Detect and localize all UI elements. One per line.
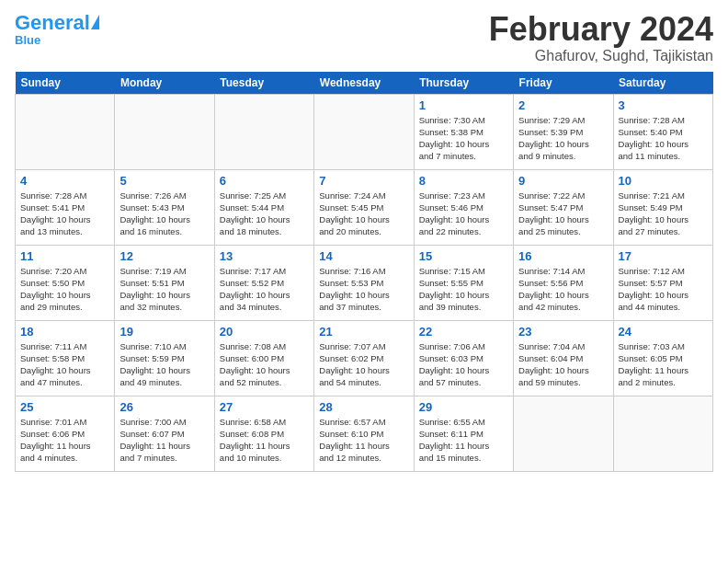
day-number: 2: [518, 98, 608, 112]
day-info: Sunrise: 7:07 AM Sunset: 6:02 PM Dayligh…: [319, 340, 408, 389]
calendar-day-cell: [314, 94, 414, 169]
day-info: Sunrise: 7:14 AM Sunset: 5:56 PM Dayligh…: [518, 265, 608, 314]
calendar-day-cell: 1Sunrise: 7:30 AM Sunset: 5:38 PM Daylig…: [414, 94, 513, 169]
calendar-day-cell: 11Sunrise: 7:20 AM Sunset: 5:50 PM Dayli…: [16, 245, 115, 320]
logo-blue-text: Blue: [15, 33, 40, 47]
calendar-week-row: 4Sunrise: 7:28 AM Sunset: 5:41 PM Daylig…: [16, 169, 713, 245]
calendar-week-row: 11Sunrise: 7:20 AM Sunset: 5:50 PM Dayli…: [16, 245, 713, 320]
day-info: Sunrise: 7:21 AM Sunset: 5:49 PM Dayligh…: [619, 190, 708, 238]
calendar-day-cell: 20Sunrise: 7:08 AM Sunset: 6:00 PM Dayli…: [214, 320, 313, 396]
header-monday: Monday: [115, 72, 214, 95]
header-tuesday: Tuesday: [214, 72, 313, 95]
day-number: 20: [220, 325, 309, 339]
day-info: Sunrise: 7:06 AM Sunset: 6:03 PM Dayligh…: [419, 340, 508, 389]
day-info: Sunrise: 6:55 AM Sunset: 6:11 PM Dayligh…: [419, 416, 508, 465]
calendar-day-cell: 8Sunrise: 7:23 AM Sunset: 5:46 PM Daylig…: [414, 169, 513, 245]
calendar-day-cell: 5Sunrise: 7:26 AM Sunset: 5:43 PM Daylig…: [115, 169, 214, 245]
logo: General Blue: [15, 11, 99, 47]
calendar-day-cell: [16, 94, 115, 169]
header-sunday: Sunday: [16, 72, 115, 95]
day-number: 3: [619, 98, 708, 112]
logo-general-text: General: [15, 11, 90, 35]
calendar-day-cell: 23Sunrise: 7:04 AM Sunset: 6:04 PM Dayli…: [514, 320, 613, 396]
calendar-day-cell: 17Sunrise: 7:12 AM Sunset: 5:57 PM Dayli…: [613, 245, 712, 320]
day-number: 19: [119, 325, 209, 339]
day-info: Sunrise: 7:29 AM Sunset: 5:39 PM Dayligh…: [518, 114, 608, 163]
day-info: Sunrise: 7:04 AM Sunset: 6:04 PM Dayligh…: [518, 340, 608, 389]
day-number: 1: [419, 98, 508, 112]
calendar-day-cell: [115, 94, 214, 169]
day-info: Sunrise: 7:16 AM Sunset: 5:53 PM Dayligh…: [319, 265, 408, 314]
logo-triangle-icon: [91, 15, 99, 29]
day-number: 16: [518, 249, 608, 263]
day-info: Sunrise: 7:26 AM Sunset: 5:43 PM Dayligh…: [119, 190, 209, 238]
header-saturday: Saturday: [613, 72, 712, 95]
day-info: Sunrise: 7:00 AM Sunset: 6:07 PM Dayligh…: [119, 416, 209, 465]
day-number: 9: [518, 174, 608, 188]
header-thursday: Thursday: [414, 72, 513, 95]
day-info: Sunrise: 7:08 AM Sunset: 6:00 PM Dayligh…: [220, 340, 309, 389]
calendar-day-cell: 25Sunrise: 7:01 AM Sunset: 6:06 PM Dayli…: [16, 396, 115, 471]
calendar-day-cell: 18Sunrise: 7:11 AM Sunset: 5:58 PM Dayli…: [16, 320, 115, 396]
month-title: February 2024: [489, 11, 713, 48]
calendar-week-row: 1Sunrise: 7:30 AM Sunset: 5:38 PM Daylig…: [16, 94, 713, 169]
calendar-week-row: 25Sunrise: 7:01 AM Sunset: 6:06 PM Dayli…: [16, 396, 713, 471]
day-number: 12: [119, 249, 209, 263]
day-number: 24: [619, 325, 708, 339]
day-info: Sunrise: 7:24 AM Sunset: 5:45 PM Dayligh…: [319, 190, 408, 238]
calendar-day-cell: 22Sunrise: 7:06 AM Sunset: 6:03 PM Dayli…: [414, 320, 513, 396]
day-info: Sunrise: 7:20 AM Sunset: 5:50 PM Dayligh…: [20, 265, 109, 314]
calendar-day-cell: 12Sunrise: 7:19 AM Sunset: 5:51 PM Dayli…: [115, 245, 214, 320]
day-number: 26: [119, 400, 209, 414]
day-number: 18: [20, 325, 109, 339]
calendar-day-cell: 6Sunrise: 7:25 AM Sunset: 5:44 PM Daylig…: [214, 169, 313, 245]
day-number: 27: [220, 400, 309, 414]
calendar-day-cell: [214, 94, 313, 169]
calendar-day-cell: 24Sunrise: 7:03 AM Sunset: 6:05 PM Dayli…: [613, 320, 712, 396]
header-friday: Friday: [514, 72, 613, 95]
day-number: 23: [518, 325, 608, 339]
day-info: Sunrise: 7:19 AM Sunset: 5:51 PM Dayligh…: [119, 265, 209, 314]
day-info: Sunrise: 6:57 AM Sunset: 6:10 PM Dayligh…: [319, 416, 408, 465]
day-number: 15: [419, 249, 508, 263]
calendar-day-cell: 3Sunrise: 7:28 AM Sunset: 5:40 PM Daylig…: [613, 94, 712, 169]
day-info: Sunrise: 7:17 AM Sunset: 5:52 PM Dayligh…: [220, 265, 309, 314]
day-info: Sunrise: 7:11 AM Sunset: 5:58 PM Dayligh…: [20, 340, 109, 389]
day-number: 8: [419, 174, 508, 188]
calendar-day-cell: 28Sunrise: 6:57 AM Sunset: 6:10 PM Dayli…: [314, 396, 414, 471]
day-info: Sunrise: 7:28 AM Sunset: 5:41 PM Dayligh…: [20, 190, 109, 238]
title-section: February 2024 Ghafurov, Sughd, Tajikista…: [489, 11, 713, 64]
day-info: Sunrise: 7:28 AM Sunset: 5:40 PM Dayligh…: [619, 114, 708, 163]
page-container: General Blue February 2024 Ghafurov, Sug…: [0, 0, 728, 483]
day-number: 28: [319, 400, 408, 414]
calendar-day-cell: 10Sunrise: 7:21 AM Sunset: 5:49 PM Dayli…: [613, 169, 712, 245]
day-number: 21: [319, 325, 408, 339]
calendar-week-row: 18Sunrise: 7:11 AM Sunset: 5:58 PM Dayli…: [16, 320, 713, 396]
calendar-day-cell: 26Sunrise: 7:00 AM Sunset: 6:07 PM Dayli…: [115, 396, 214, 471]
day-info: Sunrise: 7:25 AM Sunset: 5:44 PM Dayligh…: [220, 190, 309, 238]
day-info: Sunrise: 6:58 AM Sunset: 6:08 PM Dayligh…: [220, 416, 309, 465]
calendar-day-cell: 16Sunrise: 7:14 AM Sunset: 5:56 PM Dayli…: [514, 245, 613, 320]
day-number: 4: [20, 174, 109, 188]
day-info: Sunrise: 7:10 AM Sunset: 5:59 PM Dayligh…: [119, 340, 209, 389]
day-number: 10: [619, 174, 708, 188]
day-number: 29: [419, 400, 508, 414]
day-number: 17: [619, 249, 708, 263]
day-info: Sunrise: 7:30 AM Sunset: 5:38 PM Dayligh…: [419, 114, 508, 163]
calendar-day-cell: 2Sunrise: 7:29 AM Sunset: 5:39 PM Daylig…: [514, 94, 613, 169]
calendar-day-cell: 4Sunrise: 7:28 AM Sunset: 5:41 PM Daylig…: [16, 169, 115, 245]
calendar-day-cell: 9Sunrise: 7:22 AM Sunset: 5:47 PM Daylig…: [514, 169, 613, 245]
day-info: Sunrise: 7:15 AM Sunset: 5:55 PM Dayligh…: [419, 265, 508, 314]
location-title: Ghafurov, Sughd, Tajikistan: [489, 48, 713, 64]
calendar-day-cell: 19Sunrise: 7:10 AM Sunset: 5:59 PM Dayli…: [115, 320, 214, 396]
calendar-header-row: Sunday Monday Tuesday Wednesday Thursday…: [16, 72, 713, 95]
day-info: Sunrise: 7:12 AM Sunset: 5:57 PM Dayligh…: [619, 265, 708, 314]
day-number: 25: [20, 400, 109, 414]
day-info: Sunrise: 7:22 AM Sunset: 5:47 PM Dayligh…: [518, 190, 608, 238]
day-number: 5: [119, 174, 209, 188]
calendar-day-cell: 29Sunrise: 6:55 AM Sunset: 6:11 PM Dayli…: [414, 396, 513, 471]
day-number: 13: [220, 249, 309, 263]
calendar-day-cell: [613, 396, 712, 471]
calendar-day-cell: 13Sunrise: 7:17 AM Sunset: 5:52 PM Dayli…: [214, 245, 313, 320]
day-number: 14: [319, 249, 408, 263]
